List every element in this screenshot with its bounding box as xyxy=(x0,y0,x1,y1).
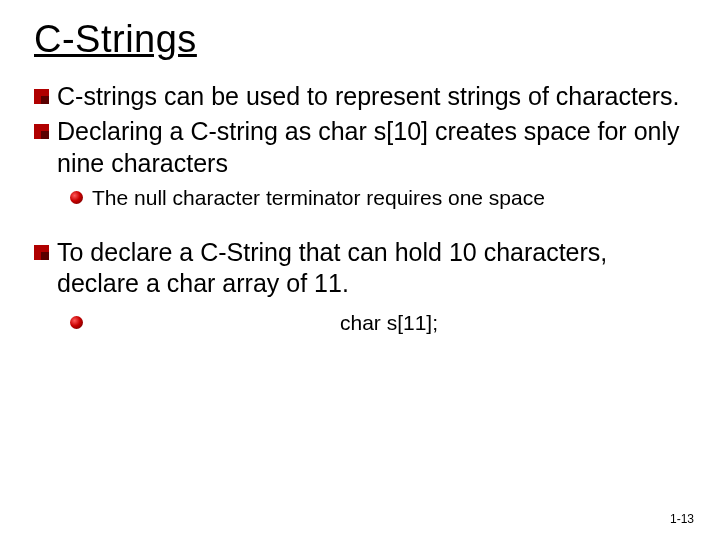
bullet-text-code: char s[11]; xyxy=(92,310,686,336)
bullet-level2: char s[11]; xyxy=(70,310,686,336)
bullet-text: C-strings can be used to represent strin… xyxy=(57,81,686,112)
bullet-level1: To declare a C-String that can hold 10 c… xyxy=(34,237,686,300)
bullet-text: To declare a C-String that can hold 10 c… xyxy=(57,237,686,300)
bullet-level1: Declaring a C-string as char s[10] creat… xyxy=(34,116,686,179)
spacer xyxy=(34,211,686,233)
square-bullet-icon xyxy=(34,245,49,260)
bullet-text: Declaring a C-string as char s[10] creat… xyxy=(57,116,686,179)
circle-bullet-icon xyxy=(70,316,84,330)
slide-title: C-Strings xyxy=(34,18,686,61)
spacer xyxy=(34,300,686,304)
bullet-level1: C-strings can be used to represent strin… xyxy=(34,81,686,112)
circle-bullet-icon xyxy=(70,191,84,205)
slide: C-Strings C-strings can be used to repre… xyxy=(0,0,720,540)
square-bullet-icon xyxy=(34,124,49,139)
bullet-level2: The null character terminator requires o… xyxy=(70,185,686,211)
page-number: 1-13 xyxy=(670,512,694,526)
bullet-text: The null character terminator requires o… xyxy=(92,185,686,211)
square-bullet-icon xyxy=(34,89,49,104)
bullet-list: C-strings can be used to represent strin… xyxy=(34,81,686,336)
